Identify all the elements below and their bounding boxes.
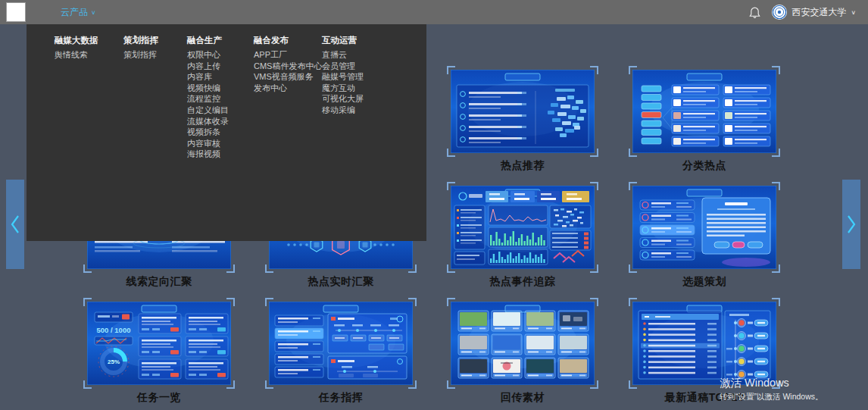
tile-screenshot <box>451 186 595 269</box>
tile-frame <box>447 66 598 157</box>
chevron-down-icon: ∨ <box>851 9 856 15</box>
menu-item[interactable]: 直播云 <box>322 49 398 61</box>
tile-frame <box>629 298 780 389</box>
tile-screenshot <box>632 70 776 153</box>
watermark-line1: 激活 Windows <box>720 376 823 390</box>
carousel-next-button[interactable] <box>842 180 860 269</box>
carousel-prev-button[interactable] <box>6 180 24 269</box>
tile-frame <box>629 66 780 157</box>
tile-screenshot <box>451 70 595 153</box>
menu-item[interactable]: VMS视音频服务 <box>254 71 322 83</box>
menu-item[interactable]: 策划指挥 <box>123 49 187 61</box>
tile-thumbnail: 500 / 100025% <box>87 302 231 385</box>
svg-text:500 / 1000: 500 / 1000 <box>97 326 131 334</box>
tile-frame <box>265 298 417 389</box>
cloud-products-dropdown: 融媒大数据舆情线索策划指挥策划指挥融合生产权限中心内容上传内容库视频快编流程监控… <box>27 24 426 241</box>
tile-thumbnail <box>451 70 595 153</box>
menu-column-3: 融合生产权限中心内容上传内容库视频快编流程监控自定义编目流媒体收录视频拆条内容审… <box>187 35 254 241</box>
menu-item[interactable]: 会员管理 <box>322 61 398 72</box>
menu-item[interactable]: 可视化大屏 <box>322 93 398 105</box>
cloud-products-label: 云产品 <box>61 6 88 19</box>
tile-label: 任务指挥 <box>265 391 417 405</box>
tile-frame <box>447 182 598 273</box>
avatar <box>772 5 787 20</box>
tile-label: 线索定向汇聚 <box>83 275 235 289</box>
svg-text:25%: 25% <box>108 358 120 365</box>
cloud-products-menu-trigger[interactable]: 云产品 ∨ <box>61 6 96 19</box>
top-nav-bar: 云产品 ∨ 西安交通大学 ∨ <box>0 0 868 24</box>
menu-item[interactable]: 视频快编 <box>187 83 254 94</box>
menu-item[interactable]: 权限中心 <box>187 49 254 61</box>
notification-bell-icon[interactable] <box>749 6 760 19</box>
tile-label: 分类热点 <box>629 159 780 173</box>
user-name-label: 西安交通大学 <box>792 6 846 19</box>
gallery-tile-material-return[interactable]: 回传素材 <box>447 298 598 405</box>
gallery-tile-category-hotspot[interactable]: 分类热点 <box>629 66 780 173</box>
menu-item[interactable]: 移动采编 <box>322 105 398 116</box>
tile-thumbnail <box>451 186 595 269</box>
gallery-tile-task-overview[interactable]: 500 / 100025%任务一览 <box>83 298 235 405</box>
tile-screenshot <box>451 302 595 385</box>
tile-thumbnail <box>451 302 595 385</box>
menu-item[interactable]: 海报视频 <box>187 149 254 160</box>
gallery-tile-event-tracking[interactable]: 热点事件追踪 <box>447 182 598 289</box>
tile-screenshot: 500 / 100025% <box>87 302 231 385</box>
menu-item[interactable]: 发布中心 <box>254 83 322 94</box>
menu-column-header: 融合生产 <box>187 35 254 45</box>
app-logo[interactable] <box>6 2 26 22</box>
menu-item[interactable]: 流程监控 <box>187 93 254 105</box>
menu-item[interactable]: 内容上传 <box>187 61 254 72</box>
menu-column-header: 融合发布 <box>254 35 322 45</box>
windows-activation-watermark: 激活 Windows 转到“设置”以激活 Windows。 <box>720 376 823 402</box>
tile-label: 选题策划 <box>629 275 780 289</box>
chevron-right-icon <box>846 214 857 234</box>
menu-item[interactable]: 内容库 <box>187 71 254 83</box>
gallery-tile-task-command[interactable]: 任务指挥 <box>265 298 417 405</box>
menu-column-4: 融合发布APP工厂CMS稿件发布中心VMS视音频服务发布中心 <box>254 35 322 241</box>
tile-thumbnail <box>269 302 413 385</box>
menu-item[interactable]: APP工厂 <box>254 49 322 61</box>
tile-label: 热点推荐 <box>447 159 598 173</box>
dropdown-columns: 融媒大数据舆情线索策划指挥策划指挥融合生产权限中心内容上传内容库视频快编流程监控… <box>55 35 398 241</box>
chevron-left-icon <box>10 214 20 234</box>
tile-label: 任务一览 <box>83 391 235 405</box>
menu-column-header: 策划指挥 <box>123 35 187 45</box>
tile-thumbnail <box>632 70 776 153</box>
tile-thumbnail <box>632 186 776 269</box>
tile-label: 热点实时汇聚 <box>265 275 417 289</box>
menu-item[interactable]: CMS稿件发布中心 <box>254 61 322 72</box>
topbar-right-group: 西安交通大学 ∨ <box>749 5 856 20</box>
menu-column-header: 互动运营 <box>322 35 398 45</box>
menu-item[interactable]: 自定义编目 <box>187 105 254 116</box>
menu-item[interactable]: 内容审核 <box>187 138 254 149</box>
tile-label: 回传素材 <box>447 391 598 405</box>
tile-screenshot <box>269 302 413 385</box>
menu-column-5: 互动运营直播云会员管理融媒号管理魔方互动可视化大屏移动采编 <box>322 35 398 241</box>
gallery-tile-hotspot-recommend[interactable]: 热点推荐 <box>447 66 598 173</box>
tile-screenshot <box>632 302 776 385</box>
menu-item[interactable]: 视频拆条 <box>187 127 254 138</box>
tile-thumbnail <box>632 302 776 385</box>
user-account-menu[interactable]: 西安交通大学 ∨ <box>772 5 856 20</box>
tile-frame <box>629 182 780 273</box>
menu-column-2: 策划指挥策划指挥 <box>123 35 187 241</box>
chevron-down-icon: ∨ <box>91 9 96 15</box>
menu-column-header: 融媒大数据 <box>55 35 123 45</box>
menu-item[interactable]: 魔方互动 <box>322 83 398 94</box>
gallery-tile-topic-planning[interactable]: 选题策划 <box>629 182 780 289</box>
tile-frame <box>447 298 598 389</box>
menu-item[interactable]: 舆情线索 <box>55 49 123 61</box>
watermark-line2: 转到“设置”以激活 Windows。 <box>720 392 823 402</box>
tile-screenshot <box>632 186 776 269</box>
tile-frame: 500 / 100025% <box>83 298 235 389</box>
menu-item[interactable]: 融媒号管理 <box>322 71 398 83</box>
menu-column-1: 融媒大数据舆情线索 <box>55 35 123 241</box>
menu-item[interactable]: 流媒体收录 <box>187 116 254 127</box>
tile-label: 热点事件追踪 <box>447 275 598 289</box>
